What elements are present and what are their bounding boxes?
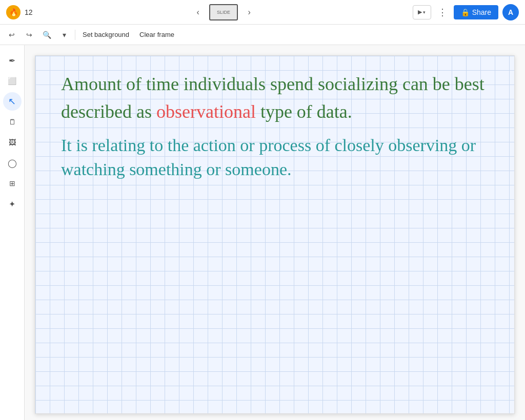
- image-icon: 🖼: [9, 138, 16, 146]
- more-icon: ⋮: [438, 7, 447, 18]
- canvas-content: Amount of time individuals spend sociali…: [35, 56, 514, 202]
- slide-thumbnail[interactable]: SLIDE: [209, 4, 238, 20]
- text-line-1: Amount of time individuals spend sociali…: [61, 71, 489, 97]
- nav-next-icon: ›: [248, 8, 250, 17]
- top-bar: 🔥 12 ‹ SLIDE › ▶ ▾ ⋮ 🔒 Share A: [0, 0, 525, 25]
- present-arrow: ▾: [423, 10, 426, 15]
- app-logo: 🔥: [6, 5, 21, 19]
- laser-icon: ✦: [9, 199, 15, 209]
- present-button[interactable]: ▶ ▾: [413, 5, 431, 19]
- set-background-label: Set background: [83, 31, 129, 38]
- frame-tool-button[interactable]: ⊞: [3, 174, 22, 193]
- select-icon: ↖: [8, 96, 16, 107]
- nav-center: ‹ SLIDE ›: [39, 4, 409, 20]
- redo-icon: ↪: [26, 31, 32, 39]
- text-line-2: described as observational type of data.: [61, 99, 489, 124]
- zoom-button[interactable]: 🔍: [39, 27, 54, 43]
- top-right-controls: ▶ ▾ ⋮ 🔒 Share A: [413, 4, 519, 20]
- share-label: Share: [472, 8, 491, 16]
- redo-button[interactable]: ↪: [22, 27, 37, 43]
- left-sidebar: ✒ ⬜ ↖ 🗒 🖼 ◯ ⊞ ✦: [0, 45, 25, 420]
- zoom-icon: 🔍: [43, 31, 51, 39]
- sticky-note-tool-button[interactable]: 🗒: [3, 113, 22, 131]
- sticky-note-icon: 🗒: [9, 118, 16, 126]
- toolbar-divider: [75, 30, 75, 40]
- zoom-expand-button[interactable]: ▾: [56, 27, 72, 43]
- more-options-button[interactable]: ⋮: [435, 5, 450, 19]
- laser-tool-button[interactable]: ✦: [3, 195, 22, 213]
- share-button[interactable]: 🔒 Share: [454, 5, 498, 19]
- lock-icon: 🔒: [461, 8, 470, 16]
- shape-tool-button[interactable]: ◯: [3, 154, 22, 172]
- nav-prev-button[interactable]: ‹: [191, 5, 205, 19]
- avatar-letter: A: [508, 8, 513, 16]
- pen-tool-button[interactable]: ✒: [3, 51, 22, 70]
- canvas-area[interactable]: Amount of time individuals spend sociali…: [25, 45, 525, 420]
- main-content: ✒ ⬜ ↖ 🗒 🖼 ◯ ⊞ ✦ Amount of time in: [0, 45, 525, 420]
- page-number: 12: [25, 8, 33, 16]
- nav-prev-icon: ‹: [196, 8, 199, 17]
- shape-icon: ◯: [8, 158, 17, 168]
- toolbar: ↩ ↪ 🔍 ▾ Set background Clear frame: [0, 25, 525, 45]
- image-tool-button[interactable]: 🖼: [3, 133, 22, 152]
- pen-icon: ✒: [9, 56, 15, 66]
- text-line-3: It is relating to the action or process …: [61, 133, 489, 158]
- slide-thumb-label: SLIDE: [217, 10, 230, 15]
- select-tool-button[interactable]: ↖: [3, 92, 22, 111]
- nav-next-button[interactable]: ›: [242, 5, 256, 19]
- frame-icon: ⊞: [9, 179, 15, 187]
- undo-button[interactable]: ↩: [4, 27, 19, 43]
- eraser-tool-button[interactable]: ⬜: [3, 72, 22, 90]
- set-background-button[interactable]: Set background: [78, 29, 133, 40]
- text-line-4: watching something or someone.: [61, 157, 489, 182]
- observational-word: observational: [156, 101, 256, 122]
- zoom-expand-icon: ▾: [63, 31, 66, 39]
- clear-frame-label: Clear frame: [139, 31, 174, 38]
- clear-frame-button[interactable]: Clear frame: [135, 29, 178, 40]
- undo-icon: ↩: [9, 31, 15, 39]
- present-icon: ▶: [418, 9, 422, 15]
- canvas-page: Amount of time individuals spend sociali…: [35, 55, 515, 414]
- eraser-icon: ⬜: [8, 77, 16, 85]
- user-avatar[interactable]: A: [502, 4, 519, 20]
